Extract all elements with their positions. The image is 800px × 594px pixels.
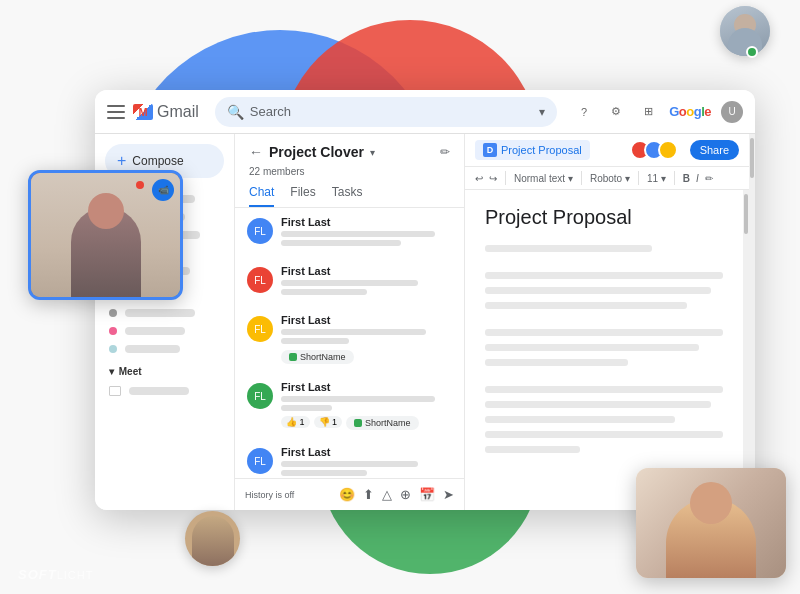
msg-avatar-2: FL <box>247 267 273 293</box>
msg-line-4b <box>281 405 332 411</box>
italic-btn[interactable]: I <box>696 173 699 184</box>
room-dot-3 <box>109 345 117 353</box>
chip-label-4: ShortName <box>365 418 411 428</box>
font-dropdown[interactable]: Roboto ▾ <box>590 173 630 184</box>
help-icon[interactable]: ? <box>573 101 595 123</box>
calendar-icon <box>109 386 121 396</box>
doc-spacer-3 <box>485 374 723 386</box>
apps-icon[interactable]: ⊞ <box>637 101 659 123</box>
doc-topbar: D Project Proposal Share <box>465 134 749 167</box>
meet-label-1 <box>129 387 189 395</box>
chip-icon-4 <box>354 419 362 427</box>
msg-chip-4: ShortName <box>346 416 419 430</box>
room-dot-1 <box>109 309 117 317</box>
chat-edit-icon[interactable]: ✏ <box>440 145 450 159</box>
doc-line-10 <box>485 416 675 423</box>
doc-line-2 <box>485 272 723 279</box>
msg-content-4: First Last 👍 1 👎 1 ShortName <box>281 381 452 430</box>
chat-title-row: ← Project Clover ▾ ✏ <box>249 144 450 160</box>
reaction-thumbsup-4[interactable]: 👍 1 <box>281 416 310 428</box>
msg-name-5: First Last <box>281 446 452 458</box>
share-button[interactable]: Share <box>690 140 739 160</box>
msg-line-3a <box>281 329 426 335</box>
compose-label: Compose <box>132 154 183 168</box>
chat-dropdown-icon[interactable]: ▾ <box>370 147 375 158</box>
bold-btn[interactable]: B <box>683 173 690 184</box>
top-right-avatar <box>720 6 770 56</box>
doc-line-7 <box>485 359 628 366</box>
edit-icon-toolbar[interactable]: ✏ <box>705 173 713 184</box>
doc-line-11 <box>485 431 723 438</box>
watermark-licht: LICHT <box>57 569 94 581</box>
doc-line-8 <box>485 386 723 393</box>
history-status: History is off <box>245 490 294 500</box>
search-dropdown-icon[interactable]: ▾ <box>539 105 545 119</box>
room-label-2 <box>125 327 185 335</box>
msg-line-4a <box>281 396 435 402</box>
user-avatar[interactable]: U <box>721 101 743 123</box>
reaction-thumbsdown-4[interactable]: 👎 1 <box>314 416 343 428</box>
msg-name-3: First Last <box>281 314 452 326</box>
video-person-bg: 📹 <box>31 173 180 297</box>
collab-avatar-3 <box>658 140 678 160</box>
msg-chip-3: ShortName <box>281 350 354 364</box>
undo-icon[interactable]: ↩ <box>475 173 483 184</box>
gmail-window: M Gmail 🔍 Search ▾ ? ⚙ ⊞ Google U + Comp… <box>95 90 755 510</box>
msg-name-4: First Last <box>281 381 452 393</box>
brv-person-head <box>690 482 732 524</box>
calendar-icon-footer[interactable]: 📅 <box>419 487 435 502</box>
font-size[interactable]: 11 ▾ <box>647 173 666 184</box>
drive-icon[interactable]: △ <box>382 487 392 502</box>
hamburger-menu[interactable] <box>107 105 125 119</box>
redo-icon[interactable]: ↪ <box>489 173 497 184</box>
watermark-soft: SOFT <box>18 567 57 582</box>
tab-chat[interactable]: Chat <box>249 185 274 207</box>
meet-label-text: Meet <box>119 366 142 377</box>
tab-tasks[interactable]: Tasks <box>332 185 363 207</box>
msg-line-1b <box>281 240 401 246</box>
room-label-1 <box>125 309 195 317</box>
meet-item-1[interactable] <box>95 381 234 401</box>
msg-avatar-4: FL <box>247 383 273 409</box>
main-scrollbar[interactable] <box>749 134 755 510</box>
doc-badge-icon: D <box>483 143 497 157</box>
chat-tabs: Chat Files Tasks <box>249 185 450 207</box>
compose-plus-icon: + <box>117 152 126 170</box>
room-item-1[interactable] <box>95 304 234 322</box>
chat-messages: FL First Last FL First Last <box>235 208 464 478</box>
doc-line-3 <box>485 287 711 294</box>
doc-line-12 <box>485 446 580 453</box>
doc-content-area: Project Proposal <box>465 190 749 510</box>
upload-icon[interactable]: ⬆ <box>363 487 374 502</box>
chat-message-2: FL First Last <box>247 265 452 298</box>
settings-icon[interactable]: ⚙ <box>605 101 627 123</box>
doc-spacer-2 <box>485 317 723 329</box>
back-arrow-icon[interactable]: ← <box>249 144 263 160</box>
room-item-3[interactable] <box>95 340 234 358</box>
tab-files[interactable]: Files <box>290 185 315 207</box>
emoji-icon[interactable]: 😊 <box>339 487 355 502</box>
chat-members-count: 22 members <box>249 166 450 177</box>
msg-line-3b <box>281 338 349 344</box>
gmail-topbar: M Gmail 🔍 Search ▾ ? ⚙ ⊞ Google U <box>95 90 755 134</box>
gmail-main: + Compose <box>95 134 755 510</box>
chat-panel: ← Project Clover ▾ ✏ 22 members Chat Fil… <box>235 134 465 510</box>
main-scrollbar-thumb[interactable] <box>750 138 754 178</box>
normal-text-dropdown[interactable]: Normal text ▾ <box>514 173 573 184</box>
msg-line-2b <box>281 289 367 295</box>
doc-line-1 <box>485 245 652 252</box>
video-panel: 📹 <box>28 170 183 300</box>
search-bar[interactable]: 🔍 Search ▾ <box>215 97 557 127</box>
chip-label-3: ShortName <box>300 352 346 362</box>
gmail-label-text: Gmail <box>157 103 199 121</box>
search-input[interactable]: Search <box>250 104 533 119</box>
room-item-2[interactable] <box>95 322 234 340</box>
send-icon[interactable]: ➤ <box>443 487 454 502</box>
doc-content: Project Proposal <box>465 190 743 510</box>
toolbar-sep-4 <box>674 171 675 185</box>
online-indicator <box>746 46 758 58</box>
chat-footer: History is off 😊 ⬆ △ ⊕ 📅 ➤ <box>235 478 464 510</box>
doc-scrollbar-thumb[interactable] <box>744 194 748 234</box>
add-icon[interactable]: ⊕ <box>400 487 411 502</box>
doc-line-4 <box>485 302 687 309</box>
